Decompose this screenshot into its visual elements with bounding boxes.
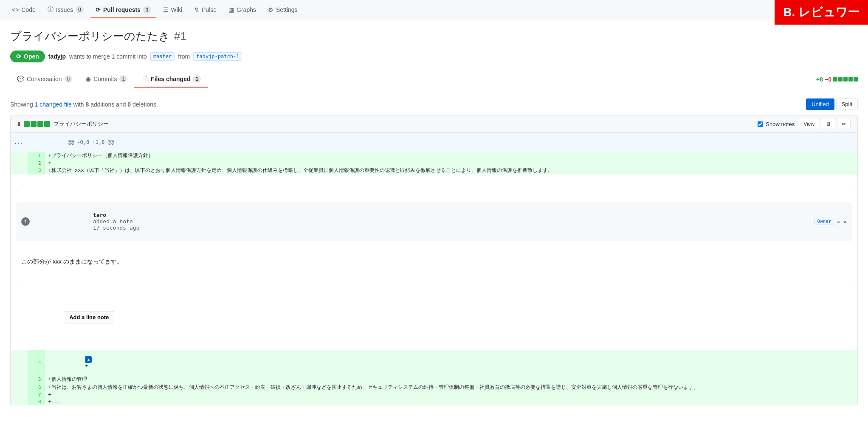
issues-icon: ⓘ [48, 6, 54, 14]
diff-code-5: +個人情報の管理 [45, 375, 857, 383]
edit-button[interactable]: ✏ [837, 119, 851, 129]
ellipsis-cell: ... [11, 133, 28, 152]
diff-green-bars [24, 121, 50, 127]
comment-author[interactable]: taro [93, 212, 106, 218]
wiki-icon: ☰ [163, 6, 169, 13]
green-bar-4 [44, 121, 50, 127]
files-icon: 📄 [141, 76, 148, 82]
nav-issues[interactable]: ⓘ Issues 0 [42, 3, 89, 18]
diff-code-3: +株式会社 xxx（以下「当社」）は、以下のとおり個人情報保護方針を定め、個人情… [45, 166, 857, 174]
top-nav: <> Code ⓘ Issues 0 ⟳ Pull requests 1 ☰ W… [0, 0, 868, 20]
diff-line-2: 2 + [11, 160, 857, 166]
show-notes-checkbox[interactable] [758, 121, 763, 127]
view-button[interactable]: View [799, 119, 819, 129]
diff-code-2: + [45, 160, 857, 166]
nav-settings[interactable]: ⚙ Settings [263, 3, 303, 17]
page-content: プライバシーポリシーのたたき #1 ⟳ Open tadyjp wants to… [0, 20, 868, 421]
edit-comment-icon[interactable]: ✏ [837, 219, 840, 225]
head-branch[interactable]: tadyjp-patch-1 [193, 52, 242, 61]
line-num-new-8: 8 [28, 398, 45, 405]
line-num-old-6 [11, 383, 28, 391]
base-branch[interactable]: master [150, 52, 175, 61]
pr-meta: ⟳ Open tadyjp wants to merge 1 commit in… [10, 51, 858, 62]
delete-comment-icon[interactable]: ✕ [844, 219, 847, 225]
split-button[interactable]: Split [836, 98, 858, 110]
line-num-old-2 [11, 160, 28, 166]
line-num-old-3 [11, 166, 28, 174]
diff-hunk-row: ... @@ -0,0 +1,8 @@ [11, 133, 857, 152]
diff-line-6: 6 +当社は、お客さまの個人情報を正確かつ最新の状態に保ち、個人情報への不正アク… [11, 383, 857, 391]
pr-title-row: プライバシーポリシーのたたき #1 [10, 29, 858, 44]
graphs-icon: ▦ [228, 6, 234, 13]
pr-title: プライバシーポリシーのたたき [10, 29, 170, 44]
pr-tabs: 💬 Conversation 0 ◉ Commits 1 📄 Files cha… [10, 71, 858, 88]
diff-line-4: 4 + + [11, 350, 857, 375]
stat-bar [833, 77, 858, 81]
comment-row: t taro added a note 17 seconds ago Owner… [11, 174, 857, 350]
diff-line-8: 8 +... [11, 398, 857, 405]
stat-box-4 [848, 77, 853, 81]
display-mode-button[interactable]: 🖥 [821, 119, 835, 129]
stat-box-5 [854, 77, 858, 81]
avatar: t [21, 217, 30, 226]
reviewer-label: B. レビュワー [783, 6, 860, 19]
green-bar-1 [24, 121, 30, 127]
diff-header-btns: View 🖥 ✏ [799, 119, 851, 129]
stat-box-2 [838, 77, 843, 81]
line-num-new-7: 7 [28, 391, 45, 398]
settings-icon: ⚙ [268, 6, 273, 13]
diff-filename: プライバシーポリシー [54, 120, 109, 128]
line-num-old-4 [11, 350, 28, 375]
show-notes-label[interactable]: Show notes [758, 121, 795, 127]
reviewer-overlay: B. レビュワー [775, 0, 868, 25]
owner-badge: Owner [814, 218, 834, 225]
commits-icon: ◉ [86, 76, 91, 82]
line-num-old-1 [11, 152, 28, 160]
diff-block: 8 プライバシーポリシー Show notes View 🖥 ✏ [10, 115, 858, 405]
diff-file-header: 8 プライバシーポリシー Show notes View 🖥 ✏ [11, 115, 857, 133]
view-buttons: Unified Split [806, 98, 858, 110]
add-note-container: Add a line note [16, 302, 852, 333]
diff-code-6: +当社は、お客さまの個人情報を正確かつ最新の状態に保ち、個人情報への不正アクセス… [45, 383, 857, 391]
pulse-icon: ↯ [194, 6, 199, 13]
green-bar-2 [31, 121, 37, 127]
nav-pulse[interactable]: ↯ Pulse [189, 3, 222, 17]
unified-button[interactable]: Unified [806, 98, 834, 110]
inline-comment: t taro added a note 17 seconds ago Owner… [16, 190, 852, 283]
pr-meta-text: wants to merge 1 commit into [69, 53, 147, 60]
pr-author[interactable]: tadyjp [48, 53, 66, 60]
diff-code-1: +プライバシーポリシー（個人情報保護方針） [45, 152, 857, 160]
diff-line-1: 1 +プライバシーポリシー（個人情報保護方針） [11, 152, 857, 160]
merge-icon: ⟳ [16, 53, 21, 60]
green-bar-3 [37, 121, 43, 127]
nav-code[interactable]: <> Code [7, 3, 41, 17]
diff-code-4: + + [45, 350, 857, 375]
stat-box-1 [833, 77, 837, 81]
from-text: from [178, 53, 190, 60]
pr-number: #1 [174, 30, 186, 43]
diff-line-5: 5 +個人情報の管理 [11, 375, 857, 383]
line-num-new-5: 5 [28, 375, 45, 383]
diff-line-count: 8 [17, 121, 20, 127]
tab-conversation[interactable]: 💬 Conversation 0 [10, 71, 79, 88]
tab-files-changed[interactable]: 📄 Files changed 1 [134, 71, 208, 88]
nav-graphs[interactable]: ▦ Graphs [223, 3, 261, 17]
add-line-note-button[interactable]: Add a line note [64, 311, 114, 323]
nav-pull-requests[interactable]: ⟳ Pull requests 1 [90, 3, 156, 18]
info-bar: Showing 1 changed file with 8 additions … [10, 95, 858, 115]
nav-wiki[interactable]: ☰ Wiki [158, 3, 187, 17]
line-num-new-2: 2 [28, 160, 45, 166]
comment-header: t taro added a note 17 seconds ago Owner… [16, 202, 852, 241]
showing-text: Showing 1 changed file with 8 additions … [10, 101, 158, 108]
line-num-new-4: 4 [28, 350, 45, 375]
add-comment-button-4[interactable]: + [85, 356, 92, 363]
comment-meta: taro added a note 17 seconds ago [33, 205, 811, 237]
line-num-new-3: 3 [28, 166, 45, 174]
diff-table: ... @@ -0,0 +1,8 @@ 1 +プライバシーポリシー（個人情報保護… [11, 133, 857, 405]
comment-body: この部分が xxx のままになってます。 [16, 253, 852, 271]
comment-cell: t taro added a note 17 seconds ago Owner… [11, 174, 857, 350]
tab-commits[interactable]: ◉ Commits 1 [79, 71, 134, 88]
hunk-header-cell: @@ -0,0 +1,8 @@ [28, 133, 857, 152]
deletions-count: −0 [825, 76, 831, 83]
changed-file-link[interactable]: 1 changed file [35, 101, 73, 108]
